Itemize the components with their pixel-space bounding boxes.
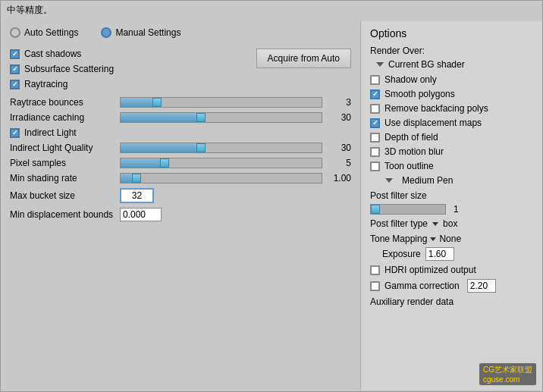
slider-raytrace-thumb[interactable] [152, 98, 162, 107]
radio-manual-label: Manual Settings [115, 27, 180, 38]
slider-pixel-samples-value: 5 [327, 158, 351, 168]
cb-hdri[interactable] [370, 265, 380, 275]
cb-smooth-polygons-row[interactable]: Smooth polygons [370, 89, 533, 99]
cb-3d-motion-blur-row[interactable]: 3D motion blur [370, 146, 533, 157]
tone-mapping-value: None [439, 234, 461, 244]
checkbox-indirect-light[interactable]: Indirect Light [10, 127, 351, 138]
slider-irradiance-value: 30 [327, 112, 351, 123]
cb-gamma[interactable] [370, 281, 380, 291]
slider-irradiance-thumb[interactable] [196, 113, 206, 122]
cb-smooth-polygons[interactable] [370, 89, 380, 99]
cb-subsurface[interactable] [10, 64, 20, 74]
tone-mapping-row: Tone Mapping None [370, 234, 533, 244]
slider-min-shading-label: Min shading rate [10, 173, 120, 183]
slider-raytrace-track[interactable] [120, 97, 322, 108]
cb-depth-of-field-row[interactable]: Depth of field [370, 132, 533, 143]
cb-subsurface-label: Subsurface Scattering [24, 64, 114, 74]
checkbox-raytracing[interactable]: Raytracing [10, 79, 114, 89]
slider-min-shading-value: 1.00 [327, 173, 351, 183]
acquire-button[interactable]: Acquire from Auto [256, 49, 351, 68]
cb-3d-motion-blur[interactable] [370, 147, 380, 157]
gamma-input[interactable] [467, 279, 496, 293]
checkbox-subsurface[interactable]: Subsurface Scattering [10, 64, 114, 74]
tone-mapping-label: Tone Mapping [370, 234, 427, 244]
slider-pixel-samples-fill [121, 158, 165, 168]
cb-shadow-only-row[interactable]: Shadow only [370, 74, 533, 85]
watermark: CG艺术家联盟cguse.com [479, 363, 536, 385]
cb-3d-motion-blur-label: 3D motion blur [384, 146, 444, 157]
cb-remove-backfacing[interactable] [370, 104, 380, 114]
cb-shadow-only[interactable] [370, 75, 380, 85]
slider-raytrace-fill [121, 98, 157, 107]
checkboxes-group: Cast shadows Subsurface Scattering Raytr… [10, 49, 114, 89]
slider-pixel-samples-thumb[interactable] [160, 158, 169, 168]
post-filter-slider-thumb[interactable] [371, 205, 380, 214]
cb-use-displacement-row[interactable]: Use displacement maps [370, 118, 533, 128]
cb-toon-outline-row[interactable]: Toon outline [370, 161, 533, 171]
field-min-displacement: Min displacement bounds [10, 208, 351, 221]
field-min-displacement-input[interactable] [120, 208, 162, 221]
radio-manual[interactable]: Manual Settings [101, 27, 180, 38]
medium-pen-row[interactable]: Medium Pen [385, 175, 533, 186]
field-min-displacement-label: Min displacement bounds [10, 209, 120, 220]
field-max-bucket-input[interactable] [120, 188, 154, 203]
slider-pixel-samples: Pixel samples 5 [10, 158, 351, 168]
cb-gamma-row[interactable]: Gamma correction [370, 279, 533, 293]
cb-depth-of-field-label: Depth of field [384, 132, 438, 143]
tone-mapping-arrow-icon[interactable] [430, 237, 436, 241]
cb-indirect-light[interactable] [10, 128, 20, 138]
slider-indirect-quality-thumb[interactable] [196, 143, 206, 152]
slider-indirect-quality-track[interactable] [120, 143, 322, 153]
left-panel: Auto Settings Manual Settings Cast shado… [1, 21, 360, 390]
cb-use-displacement[interactable] [370, 118, 380, 128]
cb-raytracing[interactable] [10, 80, 20, 89]
radio-auto-circle[interactable] [10, 27, 20, 38]
post-filter-type-label: Post filter type [370, 218, 428, 229]
slider-raytrace-label: Raytrace bounces [10, 97, 120, 108]
post-filter-type-row: Post filter type box [370, 218, 533, 229]
cb-remove-backfacing-row[interactable]: Remove backfacing polys [370, 103, 533, 114]
slider-irradiance-track[interactable] [120, 112, 322, 123]
post-filter-slider-track[interactable] [370, 204, 446, 215]
slider-irradiance-fill [121, 113, 201, 122]
medium-pen-arrow-icon [385, 178, 393, 183]
radio-manual-circle[interactable] [101, 27, 111, 38]
right-panel: Options Render Over: Current BG shader S… [360, 21, 542, 390]
post-filter-type-arrow-icon[interactable] [432, 222, 438, 226]
top-text: 中等精度。 [1, 1, 542, 21]
cb-indirect-light-label: Indirect Light [24, 127, 77, 138]
cb-cast-shadows-label: Cast shadows [24, 49, 81, 59]
cb-shadow-only-label: Shadow only [384, 74, 437, 85]
cb-use-displacement-label: Use displacement maps [384, 118, 482, 128]
checkbox-cast-shadows[interactable]: Cast shadows [10, 49, 114, 59]
slider-min-shading-thumb[interactable] [132, 174, 141, 183]
post-filter-size-row: Post filter size [370, 190, 533, 201]
slider-pixel-samples-track[interactable] [120, 158, 322, 168]
slider-pixel-samples-label: Pixel samples [10, 158, 120, 168]
radio-auto[interactable]: Auto Settings [10, 27, 78, 38]
render-over-label: Render Over: [370, 45, 533, 56]
options-title: Options [370, 27, 533, 39]
cb-cast-shadows[interactable] [10, 49, 20, 59]
exposure-input[interactable] [425, 247, 454, 261]
slider-indirect-quality-fill [121, 143, 201, 152]
cb-smooth-polygons-label: Smooth polygons [384, 89, 455, 99]
slider-raytrace-value: 3 [327, 97, 351, 108]
cb-depth-of-field[interactable] [370, 133, 380, 143]
post-filter-value: 1 [454, 204, 459, 215]
checkboxes-section: Cast shadows Subsurface Scattering Raytr… [10, 49, 351, 97]
main-window: 中等精度。 Auto Settings Manual Settings [0, 0, 543, 392]
exposure-label: Exposure [382, 249, 421, 259]
content-area: Auto Settings Manual Settings Cast shado… [1, 21, 542, 390]
slider-indirect-quality: Indirect Light Quality 30 [10, 143, 351, 153]
slider-raytrace-bounces: Raytrace bounces 3 [10, 97, 351, 108]
cb-toon-outline[interactable] [370, 162, 380, 171]
slider-irradiance-label: Irradiance caching [10, 112, 120, 123]
slider-min-shading-track[interactable] [120, 173, 322, 183]
cb-hdri-row[interactable]: HDRI optimized output [370, 265, 533, 275]
post-filter-type-value: box [443, 218, 457, 229]
cb-gamma-label: Gamma correction [384, 281, 460, 291]
dropdown-arrow-icon [376, 62, 384, 67]
radio-auto-label: Auto Settings [24, 27, 78, 38]
current-bg-shader-row[interactable]: Current BG shader [376, 59, 533, 70]
